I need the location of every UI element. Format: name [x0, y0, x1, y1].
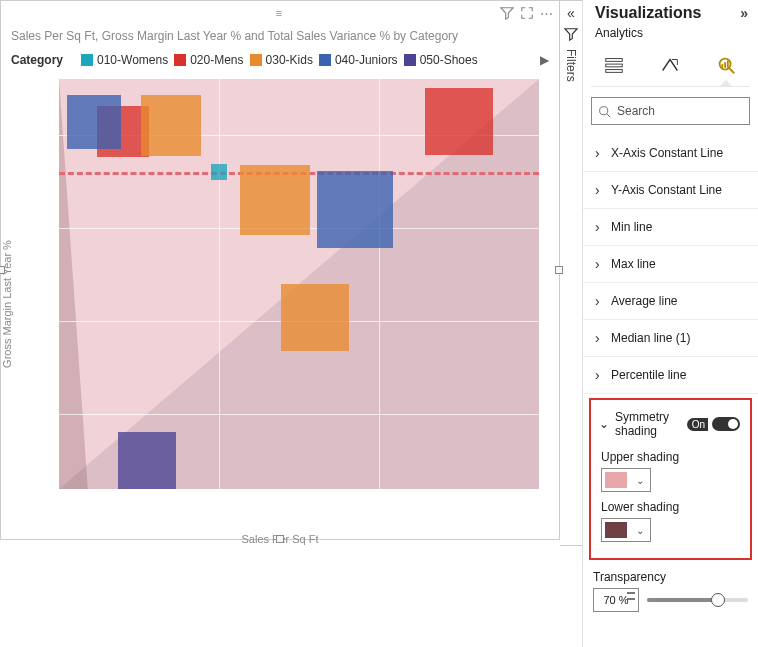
pane-tabs	[583, 44, 758, 80]
legend-item[interactable]: 030-Kids	[250, 53, 313, 67]
search-icon	[598, 105, 611, 118]
legend-swatch	[174, 54, 186, 66]
data-mark[interactable]	[240, 165, 310, 235]
visual-card[interactable]: ≡ ⋯ Sales Per Sq Ft, Gross Margin Last Y…	[0, 0, 560, 540]
transparency-slider[interactable]	[647, 598, 748, 602]
transparency-label: Transparency	[593, 570, 748, 584]
plot-area[interactable]: $0$1$2$330%35%40%45%	[59, 79, 539, 489]
chevron-right-icon: ›	[595, 293, 605, 309]
filter-icon[interactable]	[500, 6, 514, 20]
legend-item[interactable]: 020-Mens	[174, 53, 243, 67]
legend-text: 040-Juniors	[335, 53, 398, 67]
analytics-section[interactable]: ›Average line	[583, 283, 758, 320]
legend-label: Category	[11, 53, 63, 67]
legend-text: 030-Kids	[266, 53, 313, 67]
chevron-down-icon: ⌄	[630, 475, 650, 486]
expand-filters-icon[interactable]: «	[567, 5, 575, 21]
data-mark[interactable]	[118, 432, 176, 489]
filters-label: Filters	[564, 49, 578, 82]
legend-swatch	[319, 54, 331, 66]
data-mark[interactable]	[317, 171, 394, 248]
svg-line-4	[729, 68, 735, 74]
resize-handle-right[interactable]	[555, 266, 563, 274]
data-mark[interactable]	[141, 95, 202, 156]
chart-title: Sales Per Sq Ft, Gross Margin Last Year …	[11, 29, 549, 43]
focus-mode-icon[interactable]	[520, 6, 534, 20]
section-label: Max line	[611, 257, 656, 271]
symmetry-shading-title: Symmetry shading	[615, 410, 687, 438]
lower-shading-picker[interactable]: ⌄	[601, 518, 651, 542]
pane-subtitle: Analytics	[583, 24, 758, 44]
resize-handle-bottom[interactable]	[276, 535, 284, 543]
symmetry-toggle[interactable]	[712, 417, 740, 431]
legend-swatch	[250, 54, 262, 66]
tab-analytics[interactable]	[709, 50, 743, 80]
svg-rect-5	[721, 64, 723, 68]
svg-line-9	[607, 113, 610, 116]
chevron-right-icon: ›	[595, 219, 605, 235]
analytics-section[interactable]: ›Max line	[583, 246, 758, 283]
collapse-pane-icon[interactable]: »	[740, 5, 748, 21]
y-axis-title: Gross Margin Last Year %	[1, 240, 13, 368]
upper-shading-label: Upper shading	[601, 450, 740, 464]
svg-rect-7	[727, 60, 729, 67]
legend: Category 010-Womens020-Mens030-Kids040-J…	[11, 53, 549, 67]
legend-item[interactable]: 010-Womens	[81, 53, 168, 67]
section-label: Y-Axis Constant Line	[611, 183, 722, 197]
chevron-down-icon: ⌄	[630, 525, 650, 536]
legend-swatch	[404, 54, 416, 66]
legend-text: 050-Shoes	[420, 53, 478, 67]
legend-text: 010-Womens	[97, 53, 168, 67]
upper-shading-picker[interactable]: ⌄	[601, 468, 651, 492]
chevron-down-icon[interactable]: ⌄	[599, 417, 609, 431]
toggle-on-label: On	[687, 418, 708, 431]
transparency-input[interactable]: 70 %	[593, 588, 639, 612]
section-label: Median line (1)	[611, 331, 690, 345]
filters-pane-collapsed[interactable]: « Filters	[560, 0, 582, 546]
visual-toolbar: ≡ ⋯	[1, 1, 559, 25]
data-mark[interactable]	[67, 95, 121, 149]
lower-shading-label: Lower shading	[601, 500, 740, 514]
symmetry-shading-card: ⌄ Symmetry shading On Upper shading ⌄ Lo…	[589, 398, 752, 560]
chevron-right-icon: ›	[595, 330, 605, 346]
drag-grip-icon[interactable]: ≡	[276, 7, 284, 19]
legend-item[interactable]: 040-Juniors	[319, 53, 398, 67]
chevron-right-icon: ›	[595, 256, 605, 272]
analytics-section[interactable]: ›Percentile line	[583, 357, 758, 394]
analytics-section[interactable]: ›X-Axis Constant Line	[583, 135, 758, 172]
legend-swatch	[81, 54, 93, 66]
data-mark[interactable]	[281, 284, 348, 351]
section-label: Min line	[611, 220, 652, 234]
section-label: Percentile line	[611, 368, 686, 382]
legend-next-icon[interactable]: ▶	[540, 53, 549, 67]
chevron-right-icon: ›	[595, 145, 605, 161]
visualizations-pane: Visualizations » Analytics Search ›X-Axi…	[582, 0, 758, 647]
tab-format[interactable]	[653, 50, 687, 80]
svg-rect-2	[606, 70, 623, 73]
section-label: X-Axis Constant Line	[611, 146, 723, 160]
legend-text: 020-Mens	[190, 53, 243, 67]
pane-title: Visualizations	[595, 4, 701, 22]
filters-icon[interactable]	[564, 27, 578, 41]
svg-rect-6	[724, 62, 726, 68]
svg-point-8	[600, 106, 608, 114]
resize-handle-left[interactable]	[0, 266, 5, 274]
svg-rect-0	[606, 59, 623, 62]
tab-fields[interactable]	[597, 50, 631, 80]
transparency-field: Transparency 70 %	[583, 564, 758, 612]
legend-item[interactable]: 050-Shoes	[404, 53, 478, 67]
search-placeholder: Search	[617, 104, 655, 118]
section-label: Average line	[611, 294, 678, 308]
svg-rect-1	[606, 64, 623, 67]
data-mark[interactable]	[425, 88, 492, 155]
search-input[interactable]: Search	[591, 97, 750, 125]
more-options-icon[interactable]: ⋯	[540, 6, 553, 21]
analytics-section[interactable]: ›Median line (1)	[583, 320, 758, 357]
analytics-section[interactable]: ›Min line	[583, 209, 758, 246]
chevron-right-icon: ›	[595, 367, 605, 383]
chevron-right-icon: ›	[595, 182, 605, 198]
data-mark[interactable]	[211, 164, 227, 180]
analytics-section[interactable]: ›Y-Axis Constant Line	[583, 172, 758, 209]
